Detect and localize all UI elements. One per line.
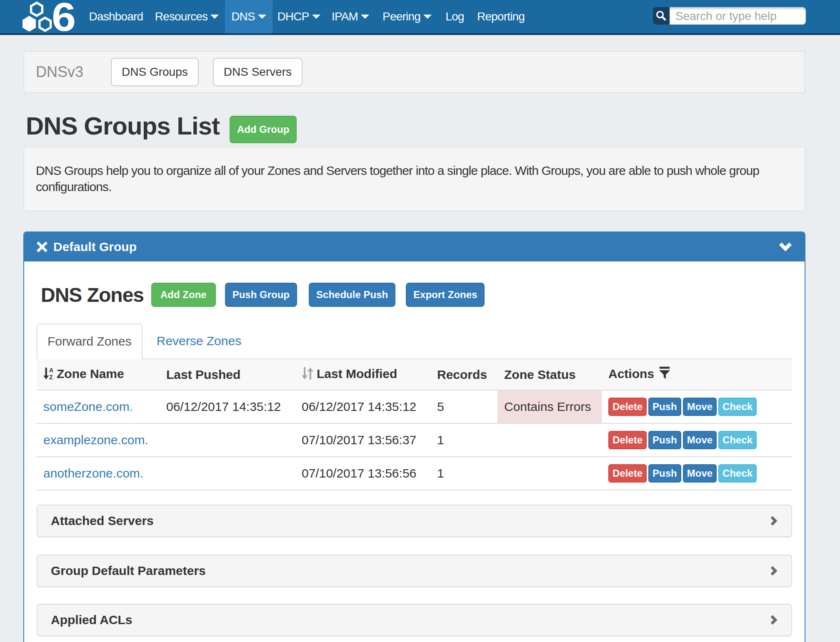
- svg-text:Z: Z: [49, 374, 53, 380]
- svg-text:A: A: [49, 367, 53, 373]
